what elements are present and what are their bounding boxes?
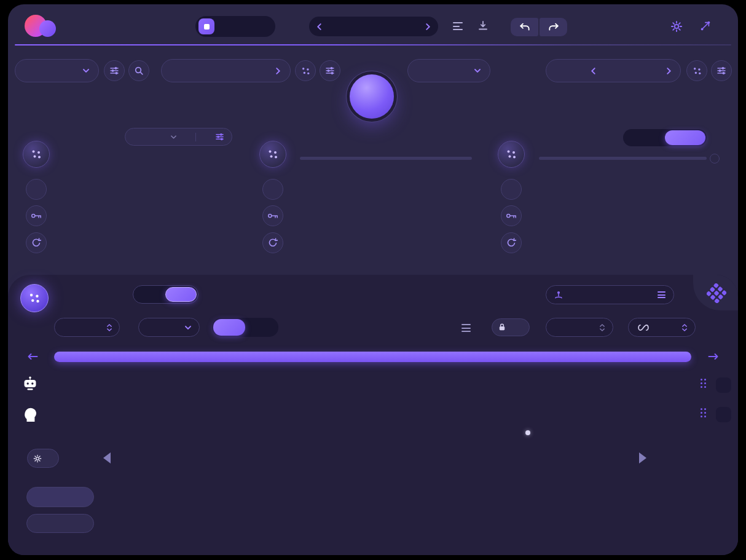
velocity-reset-button[interactable] (262, 232, 283, 253)
prog-rand-toggle (212, 318, 278, 337)
settings-gear-icon[interactable] (670, 20, 683, 33)
chordjam-logo-mark (25, 15, 60, 38)
steps-control (54, 318, 120, 337)
stop-icon (204, 24, 210, 30)
sequencer-preset-selector[interactable] (546, 285, 674, 304)
midi-routing-icon[interactable] (700, 20, 711, 31)
search-icon (134, 66, 144, 76)
velocity-lock-button[interactable] (262, 205, 283, 226)
note-lane-drag-handle[interactable] (701, 408, 706, 417)
time-bars (539, 174, 707, 257)
chord-type-selector (546, 59, 681, 82)
redo-button[interactable] (540, 18, 567, 36)
voice-rows (61, 155, 237, 259)
chevron-down-icon[interactable] (171, 135, 176, 139)
octave-selector[interactable] (407, 59, 490, 82)
chevron-down-icon (185, 326, 191, 329)
scale-detect-button[interactable] (128, 60, 149, 81)
velocity-infinity-button[interactable] (262, 179, 283, 200)
pad-grid-icon[interactable] (707, 283, 726, 303)
sequencer-randomize-button[interactable] (20, 284, 49, 312)
note-lane-remove-button[interactable] (716, 407, 731, 422)
key-icon (506, 213, 517, 219)
arp-tab[interactable] (624, 130, 665, 145)
time-infinity-button[interactable] (501, 179, 522, 200)
arp-time-toggle (623, 129, 707, 146)
header-divider (15, 44, 731, 45)
preset-prev-icon[interactable] (317, 23, 321, 30)
presets-button[interactable] (26, 514, 94, 533)
scale-selector[interactable] (15, 59, 99, 82)
keyboard-scroll-right-arrow[interactable] (639, 452, 646, 463)
chord-settings-button[interactable] (711, 60, 732, 81)
chord-lane-drag-handle[interactable] (701, 379, 706, 388)
chevron-down-icon (682, 328, 687, 331)
velocity-range-slider[interactable] (300, 155, 472, 161)
sync-toggle[interactable] (710, 154, 720, 164)
piano-keyboard (118, 477, 635, 553)
steps-stepper[interactable] (107, 324, 112, 331)
sequencer-preset-menu-icon[interactable] (658, 291, 666, 298)
head-icon[interactable] (24, 406, 37, 422)
chord-lane-remove-button[interactable] (716, 377, 731, 393)
quantize-control[interactable] (138, 318, 200, 337)
chord-random-button[interactable] (686, 60, 707, 81)
loop-count-stepper[interactable] (682, 324, 687, 331)
voices-randomize-button[interactable] (23, 141, 50, 168)
velocity-bars (300, 174, 472, 257)
reset-sequence-button[interactable] (492, 318, 530, 336)
sequencer-power-toggle (133, 285, 198, 304)
chord-list-icon[interactable] (461, 324, 471, 332)
scale-random-button[interactable] (295, 60, 316, 81)
loop-count-control (628, 318, 696, 337)
transport-bpm-group (195, 16, 275, 37)
timeline-position-bar[interactable] (54, 352, 691, 362)
sliders-icon (109, 66, 119, 76)
note-lane (52, 411, 696, 420)
dice-icon (267, 148, 279, 160)
dice-icon (505, 148, 517, 160)
key-icon (31, 213, 42, 219)
sliders-icon (717, 66, 726, 76)
time-range-slider[interactable] (539, 155, 707, 161)
loop-icon (637, 324, 650, 331)
scale-type-settings-button[interactable] (320, 60, 340, 81)
bar-count-control (546, 318, 613, 337)
timeline-right-arrow[interactable] (708, 353, 719, 360)
main-menu-icon[interactable] (453, 22, 463, 30)
voices-infinity-button[interactable] (26, 179, 47, 200)
rand-tab[interactable] (245, 319, 277, 336)
undo-icon (519, 23, 530, 31)
time-tab[interactable] (665, 130, 705, 145)
preset-next-icon[interactable] (426, 23, 430, 30)
prog-tab[interactable] (213, 319, 245, 336)
sliders-icon[interactable] (215, 132, 224, 141)
robot-icon[interactable] (22, 376, 38, 391)
time-reset-button[interactable] (501, 232, 522, 253)
key-icon (267, 213, 278, 219)
voices-lock-button[interactable] (26, 205, 47, 226)
save-download-icon[interactable] (477, 20, 489, 31)
sequencer-on-tab[interactable] (165, 287, 197, 302)
chord-type-next-icon[interactable] (667, 68, 671, 74)
bar-count-stepper[interactable] (600, 324, 605, 331)
chord-type-prev-icon[interactable] (591, 68, 595, 74)
root-note-knob[interactable] (350, 74, 394, 119)
velocity-randomize-button[interactable] (259, 141, 286, 168)
page-indicator-dot[interactable] (525, 430, 530, 435)
time-randomize-button[interactable] (498, 141, 525, 168)
undo-button[interactable] (511, 18, 538, 36)
current-chord-display[interactable] (26, 487, 94, 507)
chevron-down-icon (474, 69, 481, 73)
voices-reset-button[interactable] (26, 232, 47, 253)
timeline-left-arrow[interactable] (27, 353, 38, 360)
stop-button[interactable] (198, 18, 214, 34)
slider-track (539, 157, 707, 160)
scale-settings-button[interactable] (104, 60, 125, 81)
chevron-down-icon (83, 69, 89, 73)
refresh-icon (31, 238, 41, 248)
sequencer-off-tab[interactable] (135, 287, 165, 302)
time-lock-button[interactable] (501, 205, 522, 226)
dice-icon (28, 291, 41, 305)
scale-type-selector[interactable] (161, 59, 291, 82)
